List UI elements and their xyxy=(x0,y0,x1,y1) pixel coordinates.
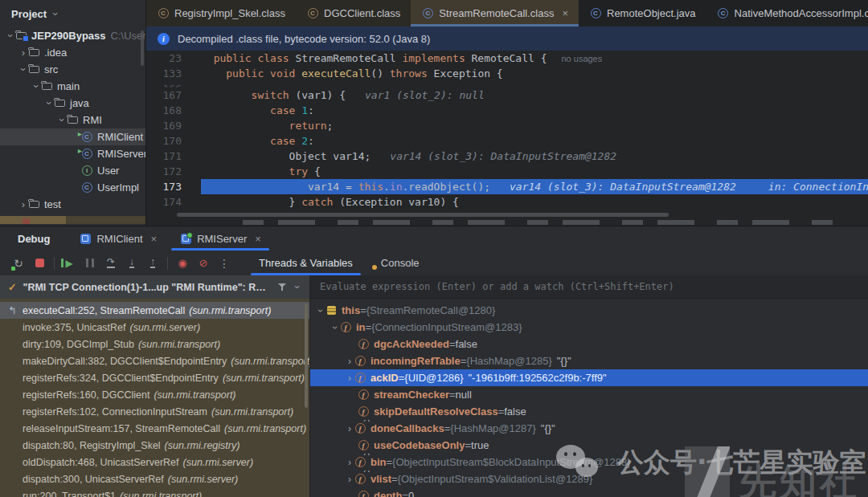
stack-frame-row[interactable]: dirty:109, DGCImpl_Stub(sun.rmi.transpor… xyxy=(0,336,309,352)
project-tree-item-src[interactable]: ›src xyxy=(0,61,145,78)
chevron-right-icon[interactable]: › xyxy=(346,373,354,384)
debug-session-tab-rmiserver[interactable]: RMIServer× xyxy=(168,226,272,251)
evaluate-expression-input[interactable]: Evaluate expression (Enter) or add a wat… xyxy=(310,275,868,299)
variable-row-incomingRefTable[interactable]: ›fincomingRefTable = {HashMap@1285}"{}" xyxy=(310,352,868,369)
code-line-170[interactable]: 170case 2: xyxy=(146,133,868,149)
code-line-174[interactable]: 174} catch (Exception var10) { xyxy=(146,194,868,210)
variable-row-in[interactable]: ›fin = {ConnectionInputStream@1283} xyxy=(310,319,868,336)
stack-frame-row[interactable]: run:200, Transport$1(sun.rmi.transport) xyxy=(0,487,309,497)
step-out-button[interactable]: ↑ xyxy=(142,255,163,272)
code-line-172[interactable]: 172try { xyxy=(146,164,868,179)
tree-item-label: JEP290Bypass xyxy=(31,30,106,42)
code-line-173[interactable]: 173var14 = this.in.readObject();var14 (s… xyxy=(146,179,868,194)
step-into-button[interactable]: ↓ xyxy=(121,255,142,272)
project-tree-item-rmi[interactable]: ›RMI xyxy=(0,112,145,128)
variable-value: {HashMap@1285} xyxy=(466,355,551,367)
usages-hint[interactable]: no usages xyxy=(561,54,602,63)
mute-breakpoints-button[interactable]: ⊘ xyxy=(193,255,214,272)
project-tree-item-.idea[interactable]: ›.idea xyxy=(0,44,145,61)
stack-frame-row[interactable]: registerRefs:102, ConnectionInputStream(… xyxy=(0,403,309,420)
debug-session-tab-rmiclient[interactable]: RMIClient× xyxy=(68,226,168,251)
project-tree-item-rmiserver[interactable]: CRMIServer xyxy=(0,145,145,162)
code-line-171[interactable]: 171Object var14;var14 (slot_3): DataInpu… xyxy=(146,149,868,164)
variable-row-depth[interactable]: fdepth = 0 xyxy=(310,487,868,497)
project-tree: ›JEP290BypassC:\Users\Re›.idea›src›main›… xyxy=(0,27,145,213)
stack-frame-row[interactable]: dispatch:80, RegistryImpl_Skel(sun.rmi.r… xyxy=(0,437,309,454)
project-tree-item-jep290bypass[interactable]: ›JEP290BypassC:\Users\Re xyxy=(0,27,145,44)
stack-frame-row[interactable]: invoke:375, UnicastRef(sun.rmi.server) xyxy=(0,319,309,336)
project-scrollbar[interactable] xyxy=(141,31,144,66)
step-over-button[interactable]: ↷ xyxy=(100,255,121,272)
project-tree-item-user[interactable]: IUser xyxy=(0,162,145,179)
code-editor[interactable]: 23public class StreamRemoteCall implemen… xyxy=(146,51,868,226)
stack-frame-row[interactable]: registerRefs:160, DGCClient(sun.rmi.tran… xyxy=(0,386,309,403)
code-token: . xyxy=(383,181,390,193)
chevron-right-icon[interactable]: › xyxy=(19,47,27,59)
chevron-right-icon[interactable]: › xyxy=(19,198,27,210)
variable-row-ackID[interactable]: ›fackID = {UID@1286}"-1961b9ff:192562c2f… xyxy=(310,369,868,386)
thread-selector[interactable]: ✓ "RMI TCP Connection(1)-1...up "RMI Run… xyxy=(0,275,309,299)
project-tree-item-main[interactable]: ›main xyxy=(0,78,145,95)
project-tree-item-test[interactable]: ›test xyxy=(0,196,145,213)
chevron-right-icon[interactable]: › xyxy=(346,457,354,468)
chevron-right-icon[interactable]: › xyxy=(346,356,354,367)
code-line-133[interactable]: 133public void executeCall() throws Exce… xyxy=(146,66,868,81)
more-options-button[interactable]: ⋮ xyxy=(214,255,235,272)
filter-icon[interactable] xyxy=(277,282,287,292)
frame-method: dirty:109, DGCImpl_Stub xyxy=(23,339,134,350)
code-line-168[interactable]: 168case 1: xyxy=(146,103,868,118)
debug-view-tab-console[interactable]: Console xyxy=(362,251,429,275)
tree-item-label: UserImpl xyxy=(97,181,139,194)
stop-button[interactable] xyxy=(29,255,50,272)
stack-frame-row[interactable]: registerRefs:324, DGCClient$EndpointEntr… xyxy=(0,369,309,386)
code-token: case xyxy=(270,104,301,116)
editor-tab-dgcclient-class[interactable]: CDGCClient.class xyxy=(296,0,411,26)
project-panel-header[interactable]: Project › xyxy=(0,0,145,27)
close-icon[interactable]: × xyxy=(255,233,261,245)
stack-frame-row[interactable]: ↰executeCall:252, StreamRemoteCall(sun.r… xyxy=(0,302,309,319)
code-line-169[interactable]: 169return; xyxy=(146,118,868,133)
code-token: catch xyxy=(301,196,339,208)
this-icon xyxy=(325,304,338,317)
debugger-inline-hint: var14 (slot_3): DataInputStream@1282 xyxy=(510,181,736,193)
code-token: StreamRemoteCall xyxy=(295,52,402,64)
code-line-23[interactable]: 23public class StreamRemoteCall implemen… xyxy=(146,51,868,66)
project-tree-item-userimpl[interactable]: CUserImpl xyxy=(0,179,145,196)
variable-row-bin[interactable]: ›fbin = {ObjectInputStream$BlockDataInpu… xyxy=(310,454,868,471)
variable-row-skipDefaultResolveClass[interactable]: fskipDefaultResolveClass = false xyxy=(310,403,868,420)
close-icon[interactable]: × xyxy=(151,233,158,245)
code-line-content: public void executeCall() throws Excepti… xyxy=(201,66,868,81)
debug-panel-title: Debug xyxy=(0,226,68,251)
variable-row-doneCallbacks[interactable]: ›fdoneCallbacks = {HashMap@1287}"{}" xyxy=(310,420,868,437)
project-tree-item-java[interactable]: ›java xyxy=(0,95,145,112)
chevron-down-icon[interactable]: › xyxy=(292,283,304,291)
folded-code-line[interactable]: 166 xyxy=(146,81,868,88)
close-icon[interactable]: × xyxy=(562,7,568,19)
stack-frame-row[interactable]: releaseInputStream:157, StreamRemoteCall… xyxy=(0,420,309,437)
project-tree-item-rmiclient[interactable]: CRMIClient xyxy=(0,128,145,145)
resume-button[interactable]: ▶ xyxy=(59,255,80,272)
stack-frame-row[interactable]: dispatch:300, UnicastServerRef(sun.rmi.s… xyxy=(0,471,309,487)
stack-frame-row[interactable]: oldDispatch:468, UnicastServerRef(sun.rm… xyxy=(0,454,309,471)
rerun-debug-button[interactable]: ↻ xyxy=(8,255,29,272)
debug-view-tab-threads-variables[interactable]: Threads & Variables xyxy=(249,251,362,275)
editor-tab-streamremotecall-class[interactable]: CStreamRemoteCall.class× xyxy=(411,0,579,26)
view-tab-label: Console xyxy=(381,257,420,269)
stack-frame-row[interactable]: makeDirtyCall:382, DGCClient$EndpointEnt… xyxy=(0,352,309,369)
project-panel-title: Project xyxy=(11,8,47,20)
code-line-167[interactable]: 167switch (var1) {var1 (slot_2): null xyxy=(146,88,868,103)
variable-row-vlist[interactable]: ›fvlist = {ObjectInputStream$ValidationL… xyxy=(310,471,868,487)
chevron-right-icon[interactable]: › xyxy=(346,423,354,434)
editor-horizontal-scrollbar[interactable] xyxy=(177,213,669,217)
chevron-right-icon[interactable]: › xyxy=(346,474,354,485)
editor-tab-remoteobject-java[interactable]: CRemoteObject.java xyxy=(579,0,706,26)
editor-tab-nativemethodaccessorimpl-class[interactable]: CNativeMethodAccessorImpl.class xyxy=(706,0,868,26)
variable-row-this[interactable]: ›this = {StreamRemoteCall@1280} xyxy=(310,302,868,319)
variable-row-streamChecker[interactable]: fstreamChecker = null xyxy=(310,386,868,403)
variable-row-dgcAckNeeded[interactable]: fdgcAckNeeded = false xyxy=(310,336,868,352)
view-breakpoints-button[interactable]: ◉ xyxy=(172,255,193,272)
editor-tab-registryimpl_skel-class[interactable]: CRegistryImpl_Skel.class xyxy=(146,0,296,26)
pause-button[interactable] xyxy=(80,255,100,272)
frames-scrollbar[interactable] xyxy=(305,303,308,408)
variable-row-useCodebaseOnly[interactable]: fuseCodebaseOnly = true xyxy=(310,437,868,454)
